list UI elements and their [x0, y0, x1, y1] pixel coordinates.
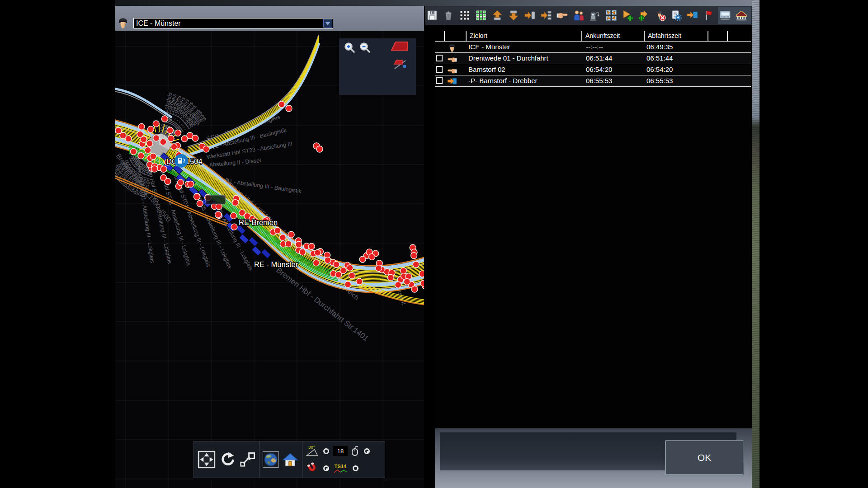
ok-button-label: OK	[698, 452, 711, 463]
passengers-icon	[573, 9, 585, 21]
add-route-point-button[interactable]	[638, 9, 650, 21]
grid-active-button[interactable]	[475, 9, 487, 21]
route-settings-button[interactable]	[670, 9, 682, 21]
ok-button[interactable]: OK	[665, 441, 743, 475]
go-to-target-icon	[687, 9, 698, 21]
zoom-in-icon[interactable]	[344, 42, 356, 56]
add-route-start-button[interactable]	[622, 9, 633, 21]
train-label-re-muenster: RE - Münster	[254, 260, 298, 268]
rotate-button[interactable]	[219, 451, 236, 468]
mouse-icon[interactable]	[351, 445, 360, 457]
magnet-icon[interactable]	[306, 462, 319, 474]
map-zoom-overlay	[339, 38, 416, 95]
map-area[interactable]: Bremen Hbf ST10 - Abstellung III - Lokgl…	[115, 31, 424, 488]
abfahrt-value: 06:55:53	[646, 75, 673, 87]
trash-icon	[443, 9, 454, 21]
value-display: 18	[333, 446, 348, 456]
timetable-row[interactable]: Drentwede 01 - Durchfahrt 06:51:44 06:51…	[435, 53, 751, 64]
app-window: ICE - Münster Bremen Hbf ST10 - Abstellu…	[0, 0, 868, 488]
scenery-strip	[752, 0, 760, 488]
insert-after-button[interactable]	[524, 9, 536, 21]
footer-panel: OK	[435, 428, 752, 488]
select-hand-button[interactable]	[557, 9, 568, 21]
add-route-start-icon	[622, 9, 633, 21]
timetable-row[interactable]: -P- Barnstorf - Drebber 06:55:53 06:55:5…	[435, 75, 751, 87]
train-selector[interactable]: ICE - Münster	[133, 18, 333, 28]
train-selector-value: ICE - Münster	[136, 19, 181, 27]
row-checkbox[interactable]	[436, 77, 443, 84]
signal-display-button[interactable]	[719, 9, 731, 21]
route-map-panel: ICE - Münster Bremen Hbf ST10 - Abstellu…	[115, 6, 424, 488]
ts-icon[interactable]: TS14	[334, 464, 347, 473]
ts-radio[interactable]	[353, 465, 359, 471]
center-view-button[interactable]	[605, 9, 617, 21]
insert-after-icon	[524, 9, 536, 21]
slope-radio[interactable]	[323, 448, 329, 454]
driver-cap-icon	[118, 16, 128, 31]
column-ankunftszeit[interactable]: Ankunftszeit	[581, 31, 644, 42]
delete-button[interactable]	[443, 9, 454, 21]
refuel-icon	[589, 9, 601, 21]
column-abfahrtszeit[interactable]: Abfahrtszeit	[644, 31, 708, 42]
timetable-panel: Zielort Ankunftszeit Abfahrtszeit ICE - …	[435, 31, 751, 428]
goto-arrow-icon	[446, 76, 458, 86]
track-map[interactable]: Bremen Hbf ST10 - Abstellung III - Lokgl…	[115, 31, 424, 488]
ankunft-value: 06:51:44	[586, 53, 612, 64]
map-info-box	[206, 195, 226, 204]
slope-icon[interactable]: 30°	[306, 445, 319, 457]
zielort-value: Barnstorf 02	[468, 64, 505, 75]
main-toolbar	[425, 6, 752, 25]
driver-cap-icon	[446, 42, 458, 52]
route-settings-icon	[670, 9, 682, 21]
abfahrt-value: 06:49:35	[646, 42, 673, 53]
fuel-label-number: 1504	[186, 157, 203, 165]
magnet-radio[interactable]	[323, 465, 329, 471]
insert-into-list-icon	[540, 9, 552, 21]
zoom-out-icon[interactable]	[359, 42, 371, 56]
flag-button[interactable]	[703, 9, 715, 21]
globe-button[interactable]	[263, 452, 278, 467]
fuel-station-icon[interactable]	[175, 154, 188, 168]
insert-into-list-button[interactable]	[540, 9, 552, 21]
ankunft-value: 06:54:20	[586, 64, 612, 75]
timetable-row[interactable]: Barnstorf 02 06:54:20 06:54:20	[435, 64, 751, 75]
add-route-point-icon	[638, 9, 650, 21]
dropdown-arrow-icon[interactable]	[323, 19, 332, 28]
timetable-row[interactable]: ICE - Münster --:--:-- 06:49:35	[435, 42, 751, 53]
go-to-target-button[interactable]	[687, 9, 698, 21]
map-nav-toolbar: 30° 18	[193, 441, 385, 478]
depot-icon	[736, 9, 747, 21]
grid-active-icon	[475, 9, 487, 21]
ankunft-value: 06:55:53	[586, 75, 612, 87]
signal-display-icon	[719, 9, 731, 21]
move-down-button[interactable]	[508, 9, 519, 21]
map-header: ICE - Münster	[115, 6, 424, 31]
pointing-hand-icon	[446, 53, 458, 64]
remove-driver-button[interactable]	[654, 9, 666, 21]
save-icon	[426, 9, 438, 21]
column-zielort[interactable]: Zielort	[466, 31, 581, 42]
row-checkbox[interactable]	[436, 66, 443, 73]
pointing-hand-icon	[446, 65, 458, 75]
mouse-radio[interactable]	[364, 448, 370, 454]
track-segment-edit-icon[interactable]	[392, 56, 409, 73]
move-up-button[interactable]	[491, 9, 503, 21]
pan-button[interactable]	[198, 450, 216, 469]
depot-button[interactable]	[736, 9, 747, 21]
grid-icon	[459, 9, 471, 21]
zielort-value: Drentwede 01 - Durchfahrt	[468, 53, 548, 64]
track-segment-icon[interactable]	[391, 41, 409, 54]
abfahrt-value: 06:54:20	[646, 64, 673, 75]
column-extra-1	[708, 31, 727, 42]
row-checkbox[interactable]	[436, 55, 443, 61]
remove-driver-icon	[654, 9, 666, 21]
grid-button[interactable]	[459, 9, 471, 21]
home-button[interactable]	[282, 452, 298, 467]
center-view-icon	[605, 9, 617, 21]
refuel-button[interactable]	[589, 9, 601, 21]
train-label-re-bremen: RE-Bremen	[239, 218, 278, 226]
move-window-button[interactable]	[239, 451, 255, 468]
save-button[interactable]	[426, 9, 438, 21]
zielort-value: ICE - Münster	[468, 42, 510, 53]
passengers-button[interactable]	[573, 9, 585, 21]
